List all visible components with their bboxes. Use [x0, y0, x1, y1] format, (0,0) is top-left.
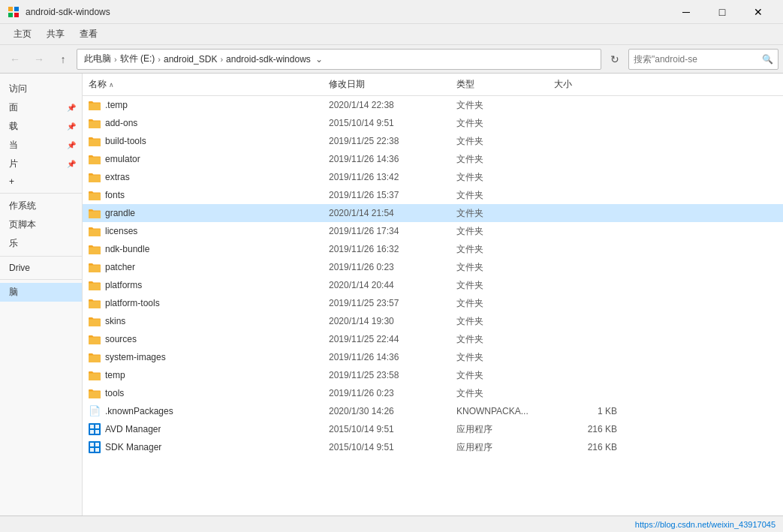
file-name-text: temp [105, 370, 125, 380]
table-row[interactable]: extras2019/11/26 13:42文件夹 [83, 168, 783, 186]
back-button[interactable]: ← [5, 49, 26, 70]
menu-share[interactable]: 共享 [39, 26, 72, 43]
sidebar-item-drive[interactable]: Drive [0, 260, 82, 276]
file-type-cell: 文件夹 [450, 314, 548, 329]
table-row[interactable]: emulator2019/11/26 14:36文件夹 [83, 150, 783, 168]
file-name-text: SDK Manager [105, 442, 161, 452]
breadcrumb-chevron[interactable]: ⌄ [313, 53, 325, 65]
col-header-size[interactable]: 大小 [548, 77, 623, 92]
search-icon: 🔍 [762, 54, 773, 65]
file-type-cell: 文件夹 [450, 278, 548, 293]
file-size-cell [548, 320, 623, 322]
sidebar-item-music[interactable]: 乐 [0, 234, 82, 253]
file-date-cell: 2019/11/25 23:57 [323, 297, 450, 309]
breadcrumb[interactable]: 此电脑 › 软件 (E:) › android_SDK › android-sd… [77, 49, 601, 70]
svg-rect-0 [8, 7, 13, 11]
sidebar-item-pian[interactable]: 片 📌 [0, 155, 82, 173]
file-type-cell: 文件夹 [450, 224, 548, 239]
file-name-cell: build-tools [83, 135, 323, 147]
breadcrumb-drive[interactable]: 软件 (E:) [118, 53, 158, 65]
sidebar-pin-3: 📌 [67, 141, 76, 149]
file-size-cell [548, 338, 623, 340]
sidebar-label-plus: + [9, 176, 14, 187]
file-date-cell: 2015/10/14 9:51 [323, 423, 450, 435]
file-size-cell [548, 392, 623, 394]
file-name-text: system-images [105, 352, 166, 362]
file-name-cell: SDK Manager [83, 440, 323, 454]
table-row[interactable]: fonts2019/11/26 15:37文件夹 [83, 186, 783, 204]
sidebar-item-dang[interactable]: 当 📌 [0, 136, 82, 155]
maximize-button[interactable]: □ [705, 0, 739, 24]
table-row[interactable]: tools2019/11/26 0:23文件夹 [83, 384, 783, 402]
file-type-cell: 文件夹 [450, 350, 548, 365]
col-header-name[interactable]: 名称 ∧ [83, 77, 323, 92]
table-row[interactable]: AVD Manager2015/10/14 9:51应用程序216 KB [83, 420, 783, 438]
refresh-button[interactable]: ↻ [604, 49, 625, 70]
table-row[interactable]: .temp2020/1/14 22:38文件夹 [83, 96, 783, 114]
breadcrumb-pc[interactable]: 此电脑 [82, 53, 113, 65]
breadcrumb-sdk[interactable]: android_SDK [161, 54, 219, 65]
file-type-cell: 文件夹 [450, 98, 548, 113]
table-row[interactable]: SDK Manager2015/10/14 9:51应用程序216 KB [83, 438, 783, 456]
file-name-text: .knownPackages [105, 406, 173, 416]
sidebar-item-os[interactable]: 作系统 [0, 197, 82, 215]
search-bar[interactable]: 🔍 [628, 49, 778, 70]
file-date-cell: 2020/1/14 21:54 [323, 207, 450, 219]
file-type-cell: 文件夹 [450, 188, 548, 203]
table-row[interactable]: 📄.knownPackages2020/1/30 14:26KNOWNPACKA… [83, 402, 783, 420]
table-row[interactable]: build-tools2019/11/25 22:38文件夹 [83, 132, 783, 150]
table-row[interactable]: grandle2020/1/14 21:54文件夹 [83, 204, 783, 222]
file-type-cell: 文件夹 [450, 332, 548, 347]
file-size-cell [548, 302, 623, 304]
sidebar-item-plus[interactable]: + [0, 173, 82, 190]
forward-button[interactable]: → [29, 49, 50, 70]
file-date-cell: 2019/11/26 0:23 [323, 387, 450, 399]
col-header-date[interactable]: 修改日期 [323, 77, 450, 92]
sidebar-item-visit[interactable]: 访问 [0, 80, 82, 98]
sidebar-item-zai[interactable]: 载 📌 [0, 117, 82, 136]
file-name-cell: sources [83, 333, 323, 345]
table-row[interactable]: patcher2019/11/26 0:23文件夹 [83, 258, 783, 276]
table-row[interactable]: licenses2019/11/26 17:34文件夹 [83, 222, 783, 240]
table-row[interactable]: platforms2020/1/14 20:44文件夹 [83, 276, 783, 294]
file-name-cell: temp [83, 369, 323, 381]
sidebar-label-pian: 片 [9, 158, 18, 170]
sidebar-item-mian[interactable]: 面 📌 [0, 98, 82, 117]
status-bar: https://blog.csdn.net/weixin_43917045 [0, 515, 783, 532]
file-name-text: AVD Manager [105, 424, 161, 434]
file-name-text: .temp [105, 100, 128, 110]
svg-rect-5 [90, 425, 94, 428]
table-row[interactable]: temp2019/11/25 23:58文件夹 [83, 366, 783, 384]
sidebar-item-computer[interactable]: 脑 [0, 283, 82, 302]
up-button[interactable]: ↑ [53, 49, 74, 70]
file-size-cell [548, 176, 623, 178]
file-date-cell: 2019/11/26 13:42 [323, 171, 450, 183]
table-row[interactable]: ndk-bundle2019/11/26 16:32文件夹 [83, 240, 783, 258]
breadcrumb-current[interactable]: android-sdk-windows [224, 54, 313, 65]
file-date-cell: 2019/11/26 0:23 [323, 261, 450, 273]
close-button[interactable]: ✕ [741, 0, 775, 24]
folder-icon [89, 209, 101, 218]
sidebar-item-footer[interactable]: 页脚本 [0, 215, 82, 234]
sidebar-pin-4: 📌 [67, 160, 76, 168]
col-header-type[interactable]: 类型 [450, 77, 548, 92]
file-name-text: patcher [105, 262, 135, 272]
file-type-cell: 文件夹 [450, 134, 548, 149]
minimize-button[interactable]: ─ [669, 0, 703, 24]
file-area: 名称 ∧ 修改日期 类型 大小 .temp2020/1/14 22:38文件夹 … [83, 74, 783, 515]
menu-home[interactable]: 主页 [6, 26, 39, 43]
window-controls: ─ □ ✕ [669, 0, 775, 24]
folder-icon [89, 227, 101, 236]
search-input[interactable] [634, 54, 762, 65]
menu-view[interactable]: 查看 [72, 26, 105, 43]
table-row[interactable]: platform-tools2019/11/25 23:57文件夹 [83, 294, 783, 312]
file-type-cell: 文件夹 [450, 296, 548, 311]
file-name-text: fonts [105, 190, 125, 200]
table-row[interactable]: skins2020/1/14 19:30文件夹 [83, 312, 783, 330]
table-row[interactable]: sources2019/11/25 22:44文件夹 [83, 330, 783, 348]
file-type-cell: 文件夹 [450, 368, 548, 383]
table-row[interactable]: system-images2019/11/26 14:36文件夹 [83, 348, 783, 366]
table-row[interactable]: add-ons2015/10/14 9:51文件夹 [83, 114, 783, 132]
file-size-cell [548, 140, 623, 142]
status-bar-link[interactable]: https://blog.csdn.net/weixin_43917045 [635, 520, 775, 529]
